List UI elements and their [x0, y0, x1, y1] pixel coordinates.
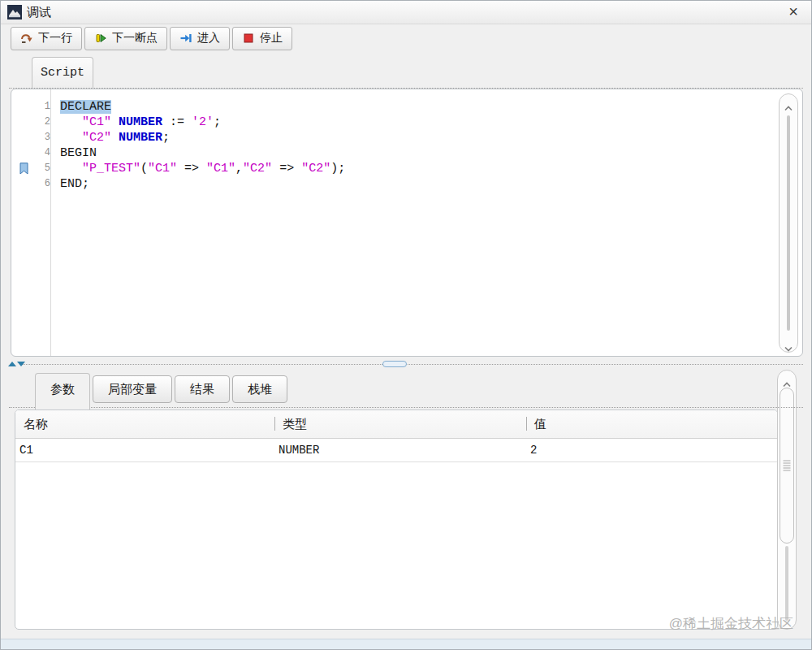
code-text: "P_TEST"("C1" => "C1","C2" => "C2");: [54, 161, 345, 176]
code-editor[interactable]: 1DECLARE2 "C1" NUMBER := '2';3 "C2" NUMB…: [11, 89, 803, 357]
parameters-grid: 名称类型值 C1NUMBER2: [15, 410, 778, 630]
scroll-down-icon[interactable]: [784, 340, 793, 346]
column-header[interactable]: 类型: [274, 410, 526, 438]
panel-scroll-thumb[interactable]: [780, 388, 794, 544]
editor-scroll-thumb[interactable]: [787, 115, 790, 331]
window-title: 调试: [27, 1, 51, 24]
collapse-up-icon[interactable]: [8, 362, 16, 366]
debug-toolbar: 下一行下一断点进入停止: [1, 24, 811, 52]
splitter-collapse-icons[interactable]: [8, 362, 25, 366]
code-line: 3 "C2" NUMBER;: [11, 130, 776, 145]
toolbar-button-label: 下一断点: [112, 31, 158, 46]
breakpoint-gutter[interactable]: [11, 115, 31, 130]
toolbar-button-label: 停止: [260, 31, 283, 46]
scroll-track[interactable]: [785, 546, 788, 621]
breakpoint-gutter[interactable]: [11, 130, 31, 145]
bottom-tab-4[interactable]: 栈堆: [232, 375, 287, 403]
close-button[interactable]: ×: [784, 1, 803, 22]
grid-body: C1NUMBER2: [15, 439, 777, 462]
table-row[interactable]: C1NUMBER2: [15, 439, 777, 462]
tab-script[interactable]: Script: [32, 57, 93, 88]
code-text: "C2" NUMBER;: [54, 130, 170, 145]
line-number: 1: [31, 99, 54, 115]
scroll-grip-icon: [784, 459, 791, 473]
panel-vertical-scrollbar[interactable]: [777, 370, 797, 630]
line-number: 4: [31, 145, 54, 161]
editor-tab-strip: Script: [1, 51, 811, 89]
toolbar-button-label: 进入: [197, 31, 220, 46]
code-text: "C1" NUMBER := '2';: [54, 115, 221, 130]
breakpoint-gutter[interactable]: [11, 145, 31, 161]
collapse-down-icon[interactable]: [17, 362, 25, 366]
debug-window: 调试 × 下一行下一断点进入停止 Script 1DECLARE2 "C1" N…: [0, 0, 812, 650]
code-line: 1DECLARE: [11, 99, 776, 115]
code-line: 4BEGIN: [11, 145, 776, 161]
toolbar-button-2[interactable]: 下一断点: [84, 27, 167, 50]
code-lines: 1DECLARE2 "C1" NUMBER := '2';3 "C2" NUMB…: [11, 99, 776, 192]
bottom-tab-2[interactable]: 局部变量: [93, 375, 172, 403]
column-header[interactable]: 值: [526, 410, 777, 438]
code-text: BEGIN: [54, 145, 97, 161]
scroll-up-icon[interactable]: [784, 100, 793, 106]
splitter-line: [22, 364, 803, 365]
breakpoint-gutter[interactable]: [11, 99, 31, 115]
splitter-handle[interactable]: [382, 361, 407, 367]
grid-header: 名称类型值: [15, 410, 777, 439]
line-number: 5: [31, 161, 54, 176]
title-bar: 调试 ×: [1, 1, 811, 24]
stop-icon: [242, 32, 255, 45]
line-number: 2: [31, 115, 54, 130]
app-icon: [7, 5, 22, 20]
table-cell: NUMBER: [274, 439, 526, 462]
code-text: DECLARE: [54, 99, 111, 115]
code-line: 6END;: [11, 176, 776, 192]
code-text: END;: [54, 176, 89, 192]
window-bottom-edge: [1, 639, 811, 649]
bottom-tabs: 参数局部变量结果栈堆: [35, 371, 287, 410]
step-over-icon: [20, 32, 33, 45]
toolbar-button-label: 下一行: [38, 31, 72, 46]
bottom-tab-strip: 参数局部变量结果栈堆: [1, 371, 811, 410]
breakpoint-gutter[interactable]: [11, 176, 31, 192]
column-header[interactable]: 名称: [15, 410, 274, 438]
step-into-icon: [179, 32, 192, 45]
table-cell: C1: [15, 439, 274, 462]
table-cell: 2: [526, 439, 777, 462]
code-line: 5 "P_TEST"("C1" => "C1","C2" => "C2");: [11, 161, 776, 176]
line-number: 6: [31, 176, 54, 192]
toolbar-button-4[interactable]: 停止: [232, 27, 292, 50]
panel-splitter[interactable]: [1, 361, 811, 369]
editor-vertical-scrollbar[interactable]: [779, 93, 798, 353]
line-number: 3: [31, 130, 54, 145]
toolbar-button-1[interactable]: 下一行: [11, 27, 82, 50]
watermark: @稀土掘金技术社区: [669, 614, 793, 633]
bottom-tab-divider: [9, 407, 803, 408]
scroll-up-icon[interactable]: [782, 376, 792, 382]
toolbar-button-3[interactable]: 进入: [170, 27, 230, 50]
bottom-tab-3[interactable]: 结果: [175, 375, 230, 403]
bottom-tab-1[interactable]: 参数: [35, 373, 90, 410]
code-line: 2 "C1" NUMBER := '2';: [11, 115, 776, 130]
resume-icon: [94, 32, 107, 45]
current-line-marker[interactable]: [11, 161, 31, 176]
